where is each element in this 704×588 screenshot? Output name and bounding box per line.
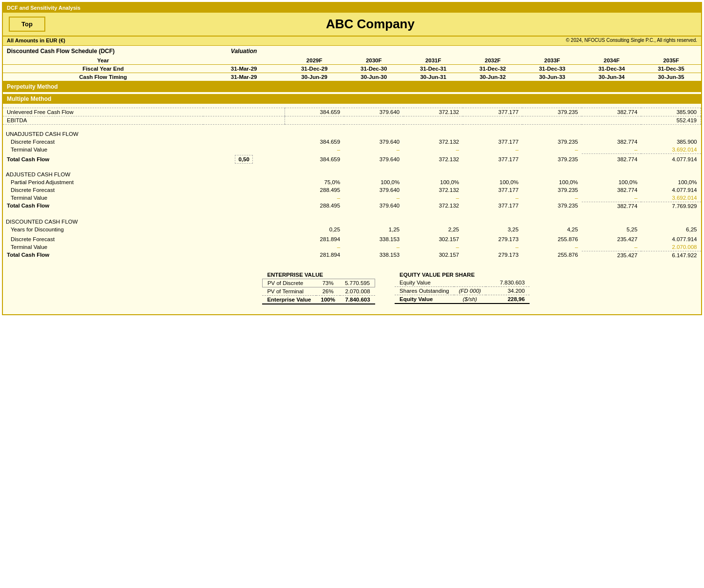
- cf-timing-1: 30-Jun-30: [344, 73, 403, 81]
- cf-timing-4: 30-Jun-33: [522, 73, 582, 81]
- ufcf-2: 372.132: [403, 108, 463, 116]
- fy-end-6: 31-Dec-35: [641, 65, 701, 73]
- disc-total-row: Total Cash Flow 281.894 338.153 302.157 …: [3, 251, 701, 259]
- header-bar: DCF and Sensitivity Analysis: [3, 3, 701, 13]
- disc-discrete-row: Discrete Forecast 281.894 338.153 302.15…: [3, 235, 701, 243]
- adj-total-4: 379.235: [522, 202, 582, 210]
- unadj-total-input[interactable]: 0,50: [235, 155, 252, 164]
- disc-term-4: –: [522, 243, 582, 251]
- fy-end-0: 31-Dec-29: [285, 65, 344, 73]
- company-name: ABC Company: [45, 17, 695, 32]
- ev-row-0: PV of Discrete 73% 5.770.595: [262, 279, 375, 287]
- top-section: Top ABC Company: [3, 13, 701, 37]
- unadj-term-4: –: [522, 146, 582, 154]
- fy-end-2: 31-Dec-31: [403, 65, 463, 73]
- adj-partial-0: 75,0%: [285, 178, 344, 186]
- adj-total-5: 382.774: [582, 202, 641, 210]
- fy-end-4: 31-Dec-33: [522, 65, 582, 73]
- fiscal-year-label: Fiscal Year End: [3, 65, 203, 73]
- disc-term-1: –: [344, 243, 403, 251]
- year-2032: 2032F: [463, 57, 522, 65]
- spacer4: [3, 165, 701, 169]
- enterprise-value-container: ENTERPRISE VALUE PV of Discrete 73% 5.77…: [262, 271, 375, 304]
- year-2033: 2033F: [522, 57, 582, 65]
- disc-terminal-label: Terminal Value: [3, 243, 203, 251]
- disc-total-2: 302.157: [403, 251, 463, 259]
- main-table: Discounted Cash Flow Schedule (DCF) Valu…: [3, 46, 701, 263]
- adj-partial-row: Partial Period Adjustment 75,0% 100,0% 1…: [3, 178, 701, 186]
- spacer3: [3, 124, 701, 128]
- disc-year-4: 4,25: [522, 226, 582, 233]
- unadj-term-0: –: [285, 146, 344, 154]
- unadj-total-2: 372.132: [403, 154, 463, 165]
- unadj-disc-5: 382.774: [582, 138, 641, 146]
- year-2030: 2030F: [344, 57, 403, 65]
- top-button[interactable]: Top: [9, 17, 45, 32]
- disc-year-3: 3,25: [463, 226, 522, 233]
- disc-disc-4: 255.876: [522, 235, 582, 243]
- ufcf-row: Unlevered Free Cash Flow 384.659 379.640…: [3, 108, 701, 116]
- eqv-title: EQUITY VALUE PER SHARE: [395, 271, 530, 279]
- disc-term-3: –: [463, 243, 522, 251]
- disc-section-title-row: DISCOUNTED CASH FLOW: [3, 216, 701, 226]
- disc-year-5: 5,25: [582, 226, 641, 233]
- disc-disc-1: 338.153: [344, 235, 403, 243]
- enterprise-value-table: ENTERPRISE VALUE PV of Discrete 73% 5.77…: [262, 271, 375, 304]
- eqv-note-0: [454, 279, 486, 287]
- disc-term-5: –: [582, 243, 641, 251]
- ufcf-4: 379.235: [522, 108, 582, 116]
- adj-term-5: –: [582, 194, 641, 202]
- ev-val-0: 5.770.595: [340, 279, 375, 287]
- disc-term-2: –: [403, 243, 463, 251]
- adj-partial-1: 100,0%: [344, 178, 403, 186]
- schedule-header-row: Discounted Cash Flow Schedule (DCF) Valu…: [3, 46, 701, 57]
- disc-term-6: 2.070.008: [641, 243, 701, 251]
- year-2035: 2035F: [641, 57, 701, 65]
- fy-end-3: 31-Dec-32: [463, 65, 522, 73]
- adj-total-row: Total Cash Flow 288.495 379.640 372.132 …: [3, 202, 701, 210]
- adj-total-1: 379.640: [344, 202, 403, 210]
- eqv-note-1: (FD 000): [454, 286, 486, 295]
- disc-disc-5: 235.427: [582, 235, 641, 243]
- ufcf-1: 379.640: [344, 108, 403, 116]
- adj-term-6: 3.692.014: [641, 194, 701, 202]
- unadj-total-row: Total Cash Flow 0,50 384.659 379.640 372…: [3, 154, 701, 165]
- disc-year-0: 0,25: [285, 226, 344, 233]
- adj-partial-6: 100,0%: [641, 178, 701, 186]
- eqv-val-1: 34.200: [486, 286, 530, 295]
- adj-partial-label: Partial Period Adjustment: [3, 178, 203, 186]
- unadj-total-0: 384.659: [285, 154, 344, 165]
- unadj-section-title-row: UNADJUSTED CASH FLOW: [3, 128, 701, 138]
- disc-years-row: Years for Discounting 0,25 1,25 2,25 3,2…: [3, 226, 701, 233]
- ufcf-0: 384.659: [285, 108, 344, 116]
- adj-disc-5: 382.774: [582, 186, 641, 194]
- fiscal-valuation-val: 31-Mar-29: [203, 65, 285, 73]
- disc-disc-2: 302.157: [403, 235, 463, 243]
- adj-term-1: –: [344, 194, 403, 202]
- eqv-label-2: Equity Value: [395, 295, 454, 303]
- disc-year-2: 2,25: [403, 226, 463, 233]
- eqv-row-2: Equity Value ($/sh) 228,96: [395, 295, 530, 303]
- adj-total-label: Total Cash Flow: [3, 202, 203, 210]
- multiple-section-row: Multiple Method: [3, 94, 701, 104]
- disc-years-label: Years for Discounting: [3, 226, 203, 233]
- eqv-note-2: ($/sh): [454, 295, 486, 303]
- year-2029: 2029F: [285, 57, 344, 65]
- adj-disc-4: 379.235: [522, 186, 582, 194]
- spacer7: [3, 259, 701, 263]
- ev-row-1: PV of Terminal 26% 2.070.008: [262, 287, 375, 295]
- ev-label-1: PV of Terminal: [262, 287, 316, 295]
- adj-header: ADJUSTED CASH FLOW: [6, 171, 70, 177]
- eqv-row-1: Shares Outstanding (FD 000) 34.200: [395, 286, 530, 295]
- ebitda-1: [344, 116, 403, 124]
- unadj-disc-3: 377.177: [463, 138, 522, 146]
- ebitda-row: EBITDA 552.419: [3, 116, 701, 124]
- header-title: DCF and Sensitivity Analysis: [7, 5, 80, 11]
- disc-total-label: Total Cash Flow: [3, 251, 203, 259]
- cf-timing-3: 30-Jun-32: [463, 73, 522, 81]
- disc-discrete-label: Discrete Forecast: [3, 235, 203, 243]
- unadj-total-4: 379.235: [522, 154, 582, 165]
- adj-total-3: 377.177: [463, 202, 522, 210]
- adj-partial-4: 100,0%: [522, 178, 582, 186]
- adj-term-3: –: [463, 194, 522, 202]
